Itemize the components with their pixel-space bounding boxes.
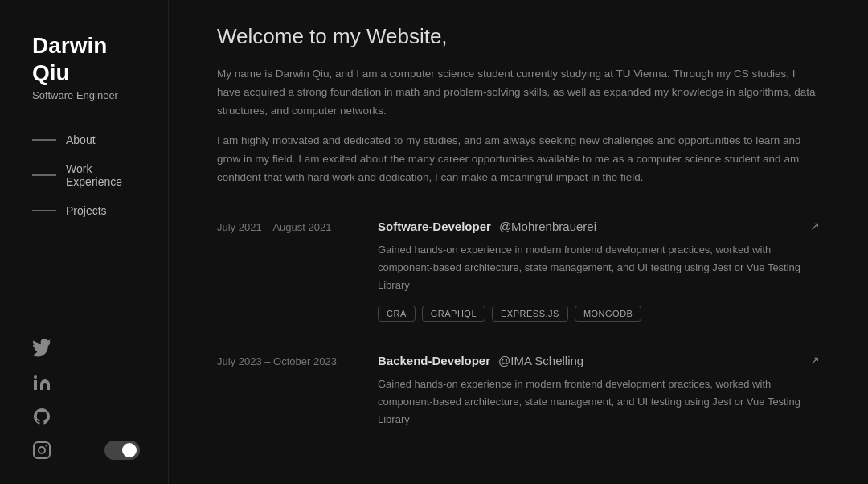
work-tags-1: CRA GRAPHQL EXPRESS.JS MONGODB: [378, 306, 820, 322]
bio-paragraph-1: My name is Darwin Qiu, and I am a comput…: [217, 65, 820, 121]
nav-item-projects[interactable]: Projects: [32, 204, 144, 217]
work-date-1: July 2021 – August 2021: [217, 219, 346, 233]
nav-item-work-experience[interactable]: Work Experience: [32, 162, 144, 188]
linkedin-icon[interactable]: [32, 373, 51, 392]
nav-label-about: About: [66, 133, 96, 146]
work-entry-1: July 2021 – August 2021 Software-Develop…: [217, 219, 820, 322]
nav-line: [32, 210, 56, 211]
svg-point-1: [39, 447, 45, 453]
external-link-icon-1[interactable]: ↗: [810, 219, 820, 232]
work-content-2: Backend-Developer @IMA Schelling ↗ Gaine…: [378, 354, 820, 440]
work-company-2: @IMA Schelling: [498, 354, 583, 367]
work-header-1: Software-Developer @Mohrenbrauerei: [378, 219, 820, 233]
twitter-icon[interactable]: [32, 339, 51, 359]
work-section: July 2021 – August 2021 Software-Develop…: [217, 219, 820, 441]
work-date-2: July 2023 – October 2023: [217, 354, 346, 367]
nav-label-work-experience: Work Experience: [66, 162, 144, 188]
bio-paragraph-2: I am highly motivated and dedicated to m…: [217, 132, 820, 187]
github-icon[interactable]: [32, 407, 51, 426]
welcome-title: Welcome to my Website,: [217, 24, 820, 49]
toggle-thumb: [122, 443, 137, 457]
sidebar-name: Darwin Qiu: [32, 32, 144, 86]
svg-point-2: [46, 445, 47, 447]
tag-expressjs: EXPRESS.JS: [492, 306, 568, 322]
work-desc-2: Gained hands-on experience in modern fro…: [378, 375, 820, 429]
work-role-2: Backend-Developer: [378, 354, 490, 367]
tag-graphql: GRAPHQL: [422, 306, 485, 322]
nav-item-about[interactable]: About: [32, 133, 144, 146]
toggle-track[interactable]: [104, 441, 140, 460]
nav-line: [32, 174, 56, 176]
main-content: Welcome to my Website, My name is Darwin…: [169, 0, 868, 484]
work-header-2: Backend-Developer @IMA Schelling: [378, 354, 820, 367]
tag-cra: CRA: [378, 306, 416, 322]
nav-label-projects: Projects: [66, 204, 107, 217]
tag-mongodb: MONGODB: [575, 306, 642, 322]
instagram-icon[interactable]: [32, 441, 51, 460]
navigation: About Work Experience Projects: [32, 133, 144, 217]
sidebar-title: Software Engineer: [32, 89, 144, 101]
work-company-1: @Mohrenbrauerei: [499, 219, 596, 233]
theme-toggle[interactable]: [104, 441, 140, 460]
work-content-1: Software-Developer @Mohrenbrauerei ↗ Gai…: [378, 219, 820, 322]
external-link-icon-2[interactable]: ↗: [810, 354, 820, 367]
svg-rect-0: [34, 442, 50, 458]
bio-section: My name is Darwin Qiu, and I am a comput…: [217, 65, 820, 187]
work-role-1: Software-Developer: [378, 219, 491, 233]
sidebar: Darwin Qiu Software Engineer About Work …: [0, 0, 169, 484]
work-desc-1: Gained hands-on experience in modern fro…: [378, 241, 820, 294]
nav-line: [32, 139, 56, 141]
work-entry-2: July 2023 – October 2023 Backend-Develop…: [217, 354, 820, 440]
